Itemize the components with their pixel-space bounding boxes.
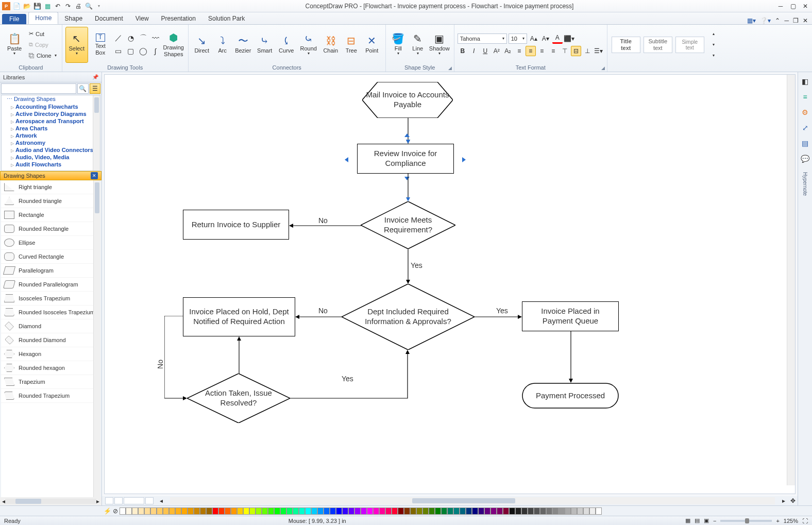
color-swatch[interactable]: [422, 507, 429, 515]
color-swatch[interactable]: [589, 507, 596, 515]
valign-mid-icon[interactable]: ⊟: [571, 46, 581, 56]
color-swatch[interactable]: [521, 507, 528, 515]
underline-icon[interactable]: U: [480, 46, 490, 56]
shape-item[interactable]: Ellipse: [1, 236, 100, 250]
color-swatch[interactable]: [286, 507, 293, 515]
shape-item[interactable]: Curved Rectangle: [1, 250, 100, 264]
tab-home[interactable]: Home: [28, 12, 58, 24]
flowchart-decision-approvals[interactable]: Dept Included Required Information & App…: [342, 284, 475, 350]
qat-save-icon[interactable]: 💾: [33, 2, 41, 10]
tree-node[interactable]: ⋯ Drawing Shapes: [2, 95, 100, 103]
color-swatch[interactable]: [490, 507, 497, 515]
qat-dropdown-icon[interactable]: ▾: [95, 2, 103, 10]
color-swatch[interactable]: [157, 507, 163, 515]
doc-close-icon[interactable]: ✕: [803, 17, 808, 24]
color-swatch[interactable]: [577, 507, 583, 515]
color-swatch[interactable]: [596, 507, 602, 515]
connector-point-button[interactable]: ✕Point: [362, 27, 382, 63]
color-swatch[interactable]: [225, 507, 231, 515]
rect-tool-icon[interactable]: ▭: [113, 45, 124, 57]
connector-smart-button[interactable]: ⤷Smart: [255, 27, 275, 63]
color-swatch[interactable]: [354, 507, 361, 515]
doc-minimize-icon[interactable]: ─: [784, 17, 789, 24]
tab-solution-park[interactable]: Solution Park: [202, 13, 251, 24]
shadow-button[interactable]: ▣Shadow▾: [428, 27, 451, 63]
superscript-icon[interactable]: A²: [492, 46, 502, 56]
shape-item[interactable]: Hexagon: [1, 347, 100, 361]
bold-icon[interactable]: B: [458, 46, 468, 56]
color-swatch[interactable]: [218, 507, 225, 515]
color-swatch[interactable]: [435, 507, 441, 515]
color-swatch[interactable]: [280, 507, 286, 515]
canvas-vscrollbar[interactable]: [787, 75, 795, 485]
shape-item[interactable]: Rounded Parallelogram: [1, 278, 100, 292]
page-first-icon[interactable]: [105, 497, 113, 504]
align-center-icon[interactable]: ≡: [526, 46, 536, 56]
connector-direct-button[interactable]: ↘Direct: [192, 27, 212, 63]
pin-icon[interactable]: 📌: [92, 74, 98, 80]
qat-preview-icon[interactable]: 🔍: [84, 2, 93, 10]
italic-icon[interactable]: I: [469, 46, 479, 56]
color-swatch[interactable]: [268, 507, 274, 515]
connector-tree-button[interactable]: ⊟Tree: [342, 27, 361, 63]
qat-undo-icon[interactable]: ↶: [54, 2, 62, 10]
view-normal-icon[interactable]: ▦: [685, 517, 690, 524]
color-swatch[interactable]: [311, 507, 317, 515]
tab-document[interactable]: Document: [89, 13, 129, 24]
color-swatch[interactable]: [206, 507, 212, 515]
color-swatch[interactable]: [342, 507, 348, 515]
font-color-icon[interactable]: A: [552, 33, 563, 44]
shape-item[interactable]: Rectangle: [1, 208, 100, 222]
view-page-icon[interactable]: ▤: [695, 517, 700, 524]
color-swatch[interactable]: [583, 507, 589, 515]
selection-handle-icon[interactable]: [462, 157, 466, 162]
color-swatch[interactable]: [447, 507, 453, 515]
color-swatch[interactable]: [194, 507, 200, 515]
color-swatch[interactable]: [361, 507, 367, 515]
shape-item[interactable]: Rounded Isosceles Trapezium: [1, 306, 100, 319]
styles-more-icon[interactable]: ▾: [708, 50, 719, 61]
qat-open-icon[interactable]: 📂: [23, 2, 31, 10]
shape-item[interactable]: Parallelogram: [1, 264, 100, 278]
tree-node[interactable]: ▷Artwork: [2, 132, 100, 139]
color-swatch[interactable]: [274, 507, 280, 515]
align-justify-icon[interactable]: ≡: [548, 46, 559, 56]
color-swatch[interactable]: [398, 507, 404, 515]
spline-tool-icon[interactable]: 〰: [150, 32, 161, 44]
connector-curve-button[interactable]: ⤹Curve: [276, 27, 297, 63]
bezier-tool-icon[interactable]: ∫: [150, 45, 161, 57]
color-swatch[interactable]: [293, 507, 299, 515]
tree-node[interactable]: ▷Aerospace and Transport: [2, 117, 100, 125]
zoom-fit-icon[interactable]: ⛶: [802, 518, 808, 524]
flowchart-decision-action[interactable]: Action Taken, Issue Resolved?: [187, 374, 290, 423]
no-fill-icon[interactable]: ⊘: [111, 507, 120, 515]
color-swatch[interactable]: [565, 507, 571, 515]
color-swatch[interactable]: [416, 507, 422, 515]
canvas-hscrollbar[interactable]: [170, 497, 775, 504]
color-swatch[interactable]: [348, 507, 354, 515]
grow-font-icon[interactable]: A▴: [529, 33, 539, 44]
pan-icon[interactable]: ✥: [790, 497, 796, 504]
shape-item[interactable]: Rounded hexagon: [1, 361, 100, 375]
style-title-button[interactable]: Title text: [612, 37, 640, 53]
color-swatch[interactable]: [466, 507, 472, 515]
subscript-icon[interactable]: A₂: [503, 46, 513, 56]
view-full-icon[interactable]: ▣: [704, 517, 709, 524]
align-right-icon[interactable]: ≡: [537, 46, 547, 56]
shape-item[interactable]: Isosceles Trapezium: [1, 292, 100, 306]
color-swatch[interactable]: [256, 507, 262, 515]
libraries-search-input[interactable]: [1, 83, 76, 94]
flowchart-node-return[interactable]: Return Invoice to Supplier: [183, 210, 289, 240]
color-swatch[interactable]: [169, 507, 175, 515]
search-button[interactable]: 🔍: [77, 83, 89, 94]
tab-presentation[interactable]: Presentation: [155, 13, 202, 24]
color-swatch[interactable]: [484, 507, 490, 515]
style-simple-button[interactable]: Simple text: [675, 37, 704, 53]
flowchart-decision-requirement[interactable]: Invoice Meets Requirement?: [361, 201, 455, 249]
selection-handle-icon[interactable]: [345, 157, 348, 162]
drawing-shapes-button[interactable]: ⬢Drawing Shapes: [162, 27, 185, 63]
line-tool-icon[interactable]: ／: [113, 32, 124, 44]
zoom-out-icon[interactable]: −: [713, 518, 716, 524]
clone-button[interactable]: ⿻Clone▾: [27, 50, 59, 61]
shrink-font-icon[interactable]: A▾: [540, 33, 551, 44]
